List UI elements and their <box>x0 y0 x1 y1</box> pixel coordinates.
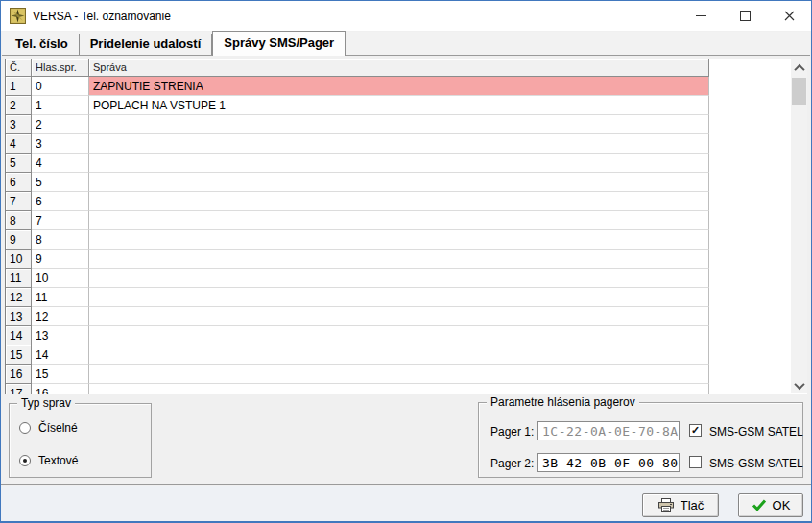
row-number-cell[interactable]: 9 <box>6 230 32 250</box>
scroll-up-button[interactable] <box>791 59 807 76</box>
message-cell[interactable] <box>89 326 709 345</box>
row-number-cell[interactable]: 14 <box>6 326 32 345</box>
voice-message-cell[interactable]: 3 <box>32 134 89 154</box>
print-button-label: Tlač <box>681 498 705 512</box>
pager2-sms-gsm-label: SMS-GSM SATEL <box>709 457 803 470</box>
tab-1[interactable]: Tel. číslo <box>5 34 80 55</box>
radio-option-1[interactable]: Číselné <box>19 421 78 435</box>
voice-message-cell[interactable]: 8 <box>32 230 89 250</box>
table-row: 76 <box>6 192 709 211</box>
message-cell[interactable] <box>89 211 709 230</box>
text-caret <box>227 100 227 112</box>
vertical-scrollbar[interactable] <box>791 59 807 393</box>
pager1-label: Pager 1: <box>490 425 534 439</box>
column-header-number: Č. <box>6 59 32 77</box>
message-cell[interactable] <box>89 250 709 269</box>
voice-message-cell[interactable]: 4 <box>32 154 89 173</box>
pager-params-group: Parametre hlásenia pagerov Pager 1: ✓ SM… <box>478 402 803 478</box>
row-number-cell[interactable]: 2 <box>6 96 32 115</box>
close-button[interactable] <box>767 1 811 31</box>
table-row: 1312 <box>6 307 709 326</box>
radio-label: Číselné <box>38 421 78 435</box>
table-row: 1110 <box>6 269 709 288</box>
row-number-cell[interactable]: 11 <box>6 269 32 288</box>
table-row: 1514 <box>6 345 709 365</box>
tab-2[interactable]: Pridelenie udalostí <box>80 34 213 55</box>
message-type-group-title: Typ sprav <box>17 396 75 410</box>
voice-message-cell[interactable]: 5 <box>32 173 89 192</box>
pager1-row: Pager 1: ✓ SMS-GSM SATEL <box>479 422 802 443</box>
table-row: 1716 <box>6 384 709 394</box>
message-cell[interactable] <box>89 230 709 250</box>
table-row: 43 <box>6 134 709 154</box>
message-cell[interactable] <box>89 192 709 211</box>
scrollbar-thumb[interactable] <box>792 78 806 105</box>
pager1-input[interactable] <box>537 421 680 440</box>
voice-message-cell[interactable]: 1 <box>32 96 89 115</box>
row-number-cell[interactable]: 10 <box>6 250 32 269</box>
voice-message-cell[interactable]: 7 <box>32 211 89 230</box>
voice-message-cell[interactable]: 14 <box>32 345 89 365</box>
message-cell[interactable] <box>89 134 709 154</box>
ok-button[interactable]: OK <box>738 493 803 517</box>
row-number-cell[interactable]: 8 <box>6 211 32 230</box>
pager2-input[interactable] <box>537 453 680 472</box>
pager1-sms-gsm-checkbox[interactable]: ✓ <box>689 424 702 437</box>
voice-message-cell[interactable]: 10 <box>32 269 89 288</box>
column-header-voice: Hlas.spr. <box>32 59 89 77</box>
pager2-sms-gsm-checkbox[interactable]: ✓ <box>689 456 702 468</box>
print-button[interactable]: Tlač <box>642 493 719 517</box>
message-cell[interactable] <box>89 365 709 384</box>
message-cell[interactable] <box>89 115 709 134</box>
table-row: 87 <box>6 211 709 230</box>
message-cell[interactable] <box>89 345 709 365</box>
maximize-button[interactable] <box>723 1 767 31</box>
window-title: VERSA - Tel. oznamovanie <box>33 10 679 23</box>
row-number-cell[interactable]: 4 <box>6 134 32 154</box>
row-number-cell[interactable]: 17 <box>6 384 32 394</box>
ok-button-label: OK <box>773 498 791 512</box>
row-number-cell[interactable]: 5 <box>6 154 32 173</box>
row-number-cell[interactable]: 15 <box>6 345 32 365</box>
row-number-cell[interactable]: 1 <box>6 77 32 96</box>
app-window: VERSA - Tel. oznamovanie Tel. čísloPride… <box>0 0 812 523</box>
minimize-button[interactable] <box>679 1 723 31</box>
message-cell[interactable] <box>89 173 709 192</box>
message-cell[interactable] <box>89 384 709 394</box>
row-number-cell[interactable]: 13 <box>6 307 32 326</box>
message-cell[interactable]: ZAPNUTIE STRENIA <box>89 77 709 96</box>
scroll-down-button[interactable] <box>791 377 807 393</box>
table-row: 98 <box>6 230 709 250</box>
voice-message-cell[interactable]: 0 <box>32 77 89 96</box>
message-cell[interactable] <box>89 154 709 173</box>
voice-message-cell[interactable]: 13 <box>32 326 89 345</box>
table-row: 65 <box>6 173 709 192</box>
row-number-cell[interactable]: 3 <box>6 115 32 134</box>
voice-message-cell[interactable]: 2 <box>32 115 89 134</box>
chevron-down-icon <box>794 378 804 389</box>
table-row: 32 <box>6 115 709 134</box>
message-cell[interactable] <box>89 307 709 326</box>
message-type-group: Typ sprav ČíselnéTextové <box>9 403 152 478</box>
row-number-cell[interactable]: 16 <box>6 365 32 384</box>
row-number-cell[interactable]: 6 <box>6 173 32 192</box>
radio-option-2[interactable]: Textové <box>19 454 78 467</box>
voice-message-cell[interactable]: 11 <box>32 288 89 307</box>
voice-message-cell[interactable]: 15 <box>32 365 89 384</box>
table-row: 10ZAPNUTIE STRENIA <box>6 77 709 96</box>
radio-icon <box>19 455 31 466</box>
tab-3[interactable]: Správy SMS/Pager <box>212 31 346 56</box>
voice-message-cell[interactable]: 9 <box>32 250 89 269</box>
table-row: 1615 <box>6 365 709 384</box>
row-number-cell[interactable]: 7 <box>6 192 32 211</box>
voice-message-cell[interactable]: 6 <box>32 192 89 211</box>
message-cell[interactable] <box>89 288 709 307</box>
footer-bar: Tlač OK <box>1 486 811 522</box>
row-number-cell[interactable]: 12 <box>6 288 32 307</box>
message-cell[interactable]: POPLACH NA VSTUPE 1 <box>89 96 709 115</box>
messages-table: Č. Hlas.spr. Správa 10ZAPNUTIE STRENIA21… <box>5 59 807 394</box>
voice-message-cell[interactable]: 16 <box>32 384 89 394</box>
voice-message-cell[interactable]: 12 <box>32 307 89 326</box>
message-cell[interactable] <box>89 269 709 288</box>
column-header-message: Správa <box>89 59 709 77</box>
